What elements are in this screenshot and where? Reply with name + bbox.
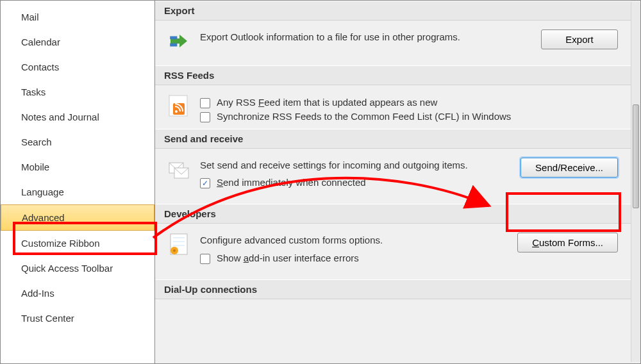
sidebar-item-trust-center[interactable]: Trust Center: [1, 306, 154, 331]
rss-icon: [168, 94, 191, 117]
sidebar-item-mail[interactable]: Mail: [1, 4, 154, 29]
section-rss-title: RSS Feeds: [155, 65, 631, 85]
addin-errors-checkbox[interactable]: [200, 254, 210, 264]
category-sidebar: Mail Calendar Contacts Tasks Notes and J…: [1, 1, 155, 363]
scrollbar[interactable]: [631, 2, 640, 362]
sidebar-item-contacts[interactable]: Contacts: [1, 54, 154, 79]
custom-forms-button[interactable]: Custom Forms...: [517, 233, 618, 252]
scrollbar-thumb[interactable]: [633, 104, 639, 208]
svg-point-2: [175, 110, 178, 113]
send-receive-icon: [168, 158, 191, 181]
send-immediately-label: Send immediately when connected: [217, 177, 366, 188]
dev-desc: Configure advanced custom forms options.: [200, 233, 508, 247]
rss-updated-label: Any RSS Feed item that is updated appear…: [217, 97, 437, 108]
send-immediately-checkbox[interactable]: ✓: [200, 178, 210, 188]
rss-updated-checkbox[interactable]: [200, 98, 210, 108]
content-panel: Export Export Outlook information to a f…: [155, 1, 640, 363]
sidebar-item-addins[interactable]: Add-Ins: [1, 281, 154, 306]
rss-sync-label: Synchronize RSS Feeds to the Common Feed…: [217, 111, 511, 122]
send-desc: Set send and receive settings for incomi…: [200, 158, 512, 172]
section-dev-title: Developers: [155, 204, 631, 224]
export-desc: Export Outlook information to a file for…: [200, 29, 532, 44]
sidebar-item-tasks[interactable]: Tasks: [1, 79, 154, 104]
send-receive-button[interactable]: Send/Receive...: [520, 158, 618, 178]
section-export-title: Export: [155, 1, 631, 21]
sidebar-item-calendar[interactable]: Calendar: [1, 29, 154, 54]
sidebar-item-customize-ribbon[interactable]: Customize Ribbon: [1, 231, 154, 256]
section-dialup-title: Dial-Up connections: [155, 279, 631, 299]
svg-point-10: [173, 249, 176, 252]
sidebar-item-language[interactable]: Language: [1, 179, 154, 204]
developers-icon: [168, 233, 191, 256]
sidebar-item-qat[interactable]: Quick Access Toolbar: [1, 256, 154, 281]
export-button[interactable]: Export: [541, 29, 618, 49]
export-icon: [168, 29, 191, 53]
rss-sync-checkbox[interactable]: [200, 112, 210, 122]
sidebar-item-mobile[interactable]: Mobile: [1, 154, 154, 179]
section-send-title: Send and receive: [155, 129, 631, 149]
sidebar-item-search[interactable]: Search: [1, 129, 154, 154]
addin-errors-label: Show add-in user interface errors: [217, 252, 359, 263]
sidebar-item-notes[interactable]: Notes and Journal: [1, 104, 154, 129]
options-dialog: Mail Calendar Contacts Tasks Notes and J…: [0, 0, 641, 364]
sidebar-item-advanced[interactable]: Advanced: [1, 204, 154, 231]
